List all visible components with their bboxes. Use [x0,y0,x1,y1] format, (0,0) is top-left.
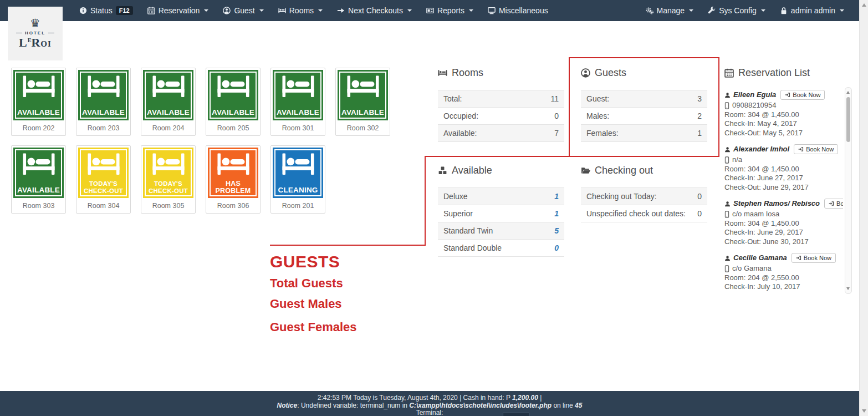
reservation-check-out: Check-Out: May 5, 2017 [724,129,843,138]
book-now-label: Book Now [793,92,820,98]
footer-time-line: 2:42:53 PM Today is Tuesday, August 4th,… [0,394,859,402]
cubes-icon [438,166,447,175]
bed-icon [151,75,186,99]
top-navbar: Status F12 Reservation Guest Rooms Next … [0,0,859,21]
wrench-icon [708,7,716,14]
user-circle-icon [223,7,231,14]
nav-guest[interactable]: Guest [216,6,270,15]
row-label: Checking out Today: [586,192,657,201]
guest-phone-row: c/o Gamana [724,264,843,273]
room-tile-201[interactable]: CLEANING Room 201 [270,145,325,214]
calendar-icon [147,7,155,14]
nav-user-menu[interactable]: admin admin [773,6,851,15]
summary-row: Standard Double 0 [438,239,564,256]
gears-icon [646,7,653,14]
page-scrollbar[interactable] [859,0,868,416]
nav-miscellaneous[interactable]: Miscellaneous [481,6,555,15]
summary-row: Deluxe 1 [438,187,564,205]
book-now-button[interactable]: Book Now [794,144,838,154]
footer-time-suffix: | [538,394,542,402]
room-caption: Room 202 [13,120,64,134]
room-status-label: AVAILABLE [16,186,61,194]
room-tile-301[interactable]: AVAILABLE Room 301 [270,68,325,136]
hotel-logo[interactable]: ♛ HOTEL LERoi [8,7,63,60]
footer-notice-line: Notice: Undefined variable: terminal_num… [0,402,859,410]
nav-user-label: admin admin [791,6,835,15]
room-caption: Room 302 [338,120,388,134]
chevron-down-icon [469,9,473,12]
available-rooms-panel: Available Deluxe 1 Superior 1 Standard T… [438,164,564,257]
arrow-right-icon [337,7,345,14]
mobile-phone-icon [724,156,729,164]
annotation-item: Guest Males [270,297,357,311]
row-value: 0 [697,209,702,218]
room-tile-305[interactable]: TODAY'S CHECK-OUT Room 305 [141,145,196,214]
scroll-down-arrow-icon[interactable] [862,409,866,413]
room-tile-304[interactable]: TODAY'S CHECK-OUT Room 304 [76,145,131,214]
room-caption: Room 201 [273,198,323,211]
room-status-image: TODAY'S CHECK-OUT [143,148,193,198]
bed-icon [281,153,315,177]
available-panel-title: Available [438,164,564,176]
scroll-down-arrow-icon[interactable] [846,287,850,290]
room-caption: Room 303 [13,198,64,211]
reservation-name-row: Alexander Imhol Book Now [724,144,843,154]
row-value: 0 [554,111,559,120]
room-tile-306[interactable]: HAS PROBLEM Room 306 [206,145,261,214]
book-now-button[interactable]: Book Now [792,253,836,263]
room-tile-202[interactable]: AVAILABLE Room 202 [11,68,66,136]
book-now-label: Book Now [836,200,843,207]
room-tile-203[interactable]: AVAILABLE Room 203 [76,68,131,136]
book-now-button[interactable]: Book Now [780,90,825,100]
sign-in-icon [829,201,834,206]
room-tile-302[interactable]: AVAILABLE Room 302 [335,68,390,136]
room-tiles-grid: AVAILABLE Room 202 AVAILABLE Room 203 AV… [11,68,390,223]
bed-icon [86,75,121,99]
nav-manage[interactable]: Manage [639,6,701,15]
tile-row-2: AVAILABLE Room 303 TODAY'S CHECK-OUT Roo… [11,145,390,214]
scrollbar-thumb[interactable] [846,97,850,142]
summary-row: Unspecified check out dates: 0 [581,205,707,222]
book-now-button[interactable]: Book Now [824,199,843,209]
reservation-check-in: Check-In: May 4, 2017 [724,119,843,129]
bed-icon [216,75,251,99]
annotation-item: Total Guests [270,276,357,291]
terminal-input[interactable] [503,413,529,416]
tile-row-1: AVAILABLE Room 202 AVAILABLE Room 203 AV… [11,68,390,136]
room-tile-204[interactable]: AVAILABLE Room 204 [141,68,196,136]
reservation-check-in: Check-In: June 27, 2017 [724,174,843,183]
room-status-label: AVAILABLE [81,109,126,116]
annotation-heading: GUESTS [270,252,357,271]
nav-reservation[interactable]: Reservation [140,6,216,15]
folder-open-icon [581,166,590,175]
room-status-label: TODAY'S CHECK-OUT [146,180,191,195]
room-caption: Room 301 [273,120,323,134]
reservation-list-title: Reservation List [724,67,843,79]
info-circle-icon [79,7,87,14]
scroll-up-arrow-icon[interactable] [862,3,866,7]
row-label: Total: [443,94,462,103]
room-tile-205[interactable]: AVAILABLE Room 205 [206,68,261,136]
nav-status[interactable]: Status F12 [72,6,140,15]
room-caption: Room 205 [208,120,258,134]
room-tile-303[interactable]: AVAILABLE Room 303 [11,145,66,214]
chevron-down-icon [840,9,844,12]
reservation-entry: Eileen Eguia Book Now 09088210954 Room: … [724,90,843,138]
reservation-list-scrollbar[interactable] [845,87,852,294]
desktop-icon [488,7,496,14]
nav-rooms[interactable]: Rooms [271,6,330,15]
nav-sys-config[interactable]: Sys Config [701,6,773,15]
sign-in-icon [798,146,804,152]
summary-row: Superior 1 [438,205,564,222]
nav-reports[interactable]: Reports [419,6,481,15]
user-circle-icon [581,68,590,78]
nav-next-checkouts[interactable]: Next Checkouts [330,6,419,15]
logo-hotel-text: HOTEL [25,31,45,35]
reservation-list-title-text: Reservation List [738,67,810,79]
annotation-leader-line [425,156,426,246]
nav-manage-label: Manage [657,6,685,15]
sign-in-icon [796,255,801,261]
scroll-up-arrow-icon[interactable] [846,91,850,94]
hotel-dashboard-page: Status F12 Reservation Guest Rooms Next … [0,0,868,416]
guest-name: Eileen Eguia [733,90,776,100]
